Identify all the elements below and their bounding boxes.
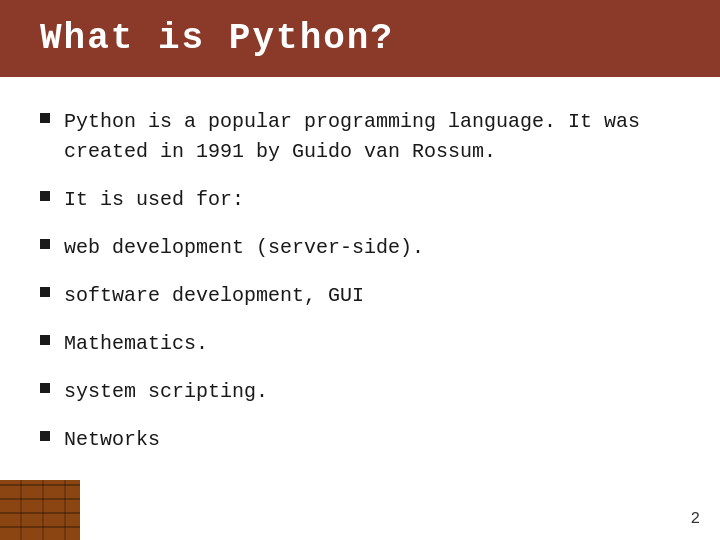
list-item: software development, GUI <box>40 281 680 311</box>
bullet-text: Networks <box>64 425 160 455</box>
slide: What is Python? Python is a popular prog… <box>0 0 720 540</box>
list-item: It is used for: <box>40 185 680 215</box>
bullet-icon <box>40 335 50 345</box>
bullet-text: system scripting. <box>64 377 268 407</box>
list-item: Networks <box>40 425 680 455</box>
bullet-text: Mathematics. <box>64 329 208 359</box>
list-item: system scripting. <box>40 377 680 407</box>
content-area: Python is a popular programming language… <box>0 97 720 483</box>
bullet-text: It is used for: <box>64 185 244 215</box>
list-item: Python is a popular programming language… <box>40 107 680 167</box>
bullet-icon <box>40 191 50 201</box>
bullet-icon <box>40 113 50 123</box>
slide-title: What is Python? <box>40 18 394 59</box>
page-number: 2 <box>690 510 700 528</box>
brick-decoration <box>0 480 80 540</box>
bullet-text: software development, GUI <box>64 281 364 311</box>
bullet-icon <box>40 239 50 249</box>
bullet-icon <box>40 287 50 297</box>
title-bar: What is Python? <box>0 0 720 77</box>
bullet-icon <box>40 431 50 441</box>
bullet-text: Python is a popular programming language… <box>64 107 680 167</box>
list-item: Mathematics. <box>40 329 680 359</box>
bullet-icon <box>40 383 50 393</box>
list-item: web development (server-side). <box>40 233 680 263</box>
bullet-text: web development (server-side). <box>64 233 424 263</box>
